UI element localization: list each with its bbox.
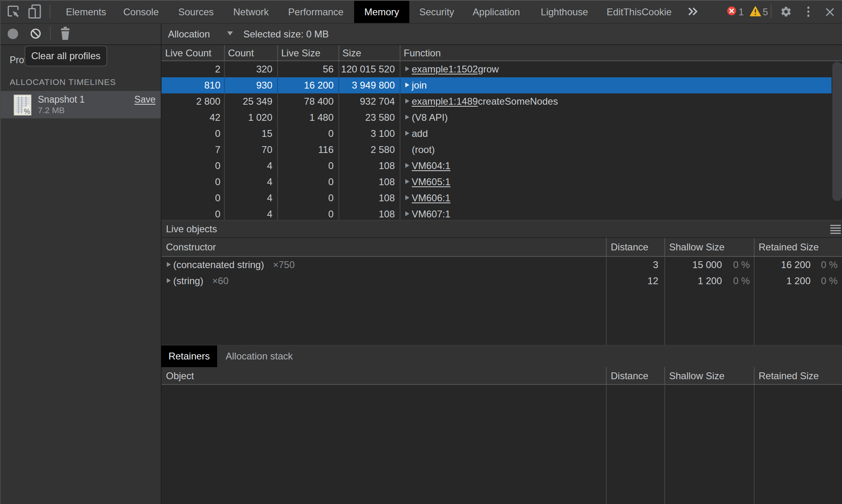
svg-text:%: %	[24, 107, 30, 116]
